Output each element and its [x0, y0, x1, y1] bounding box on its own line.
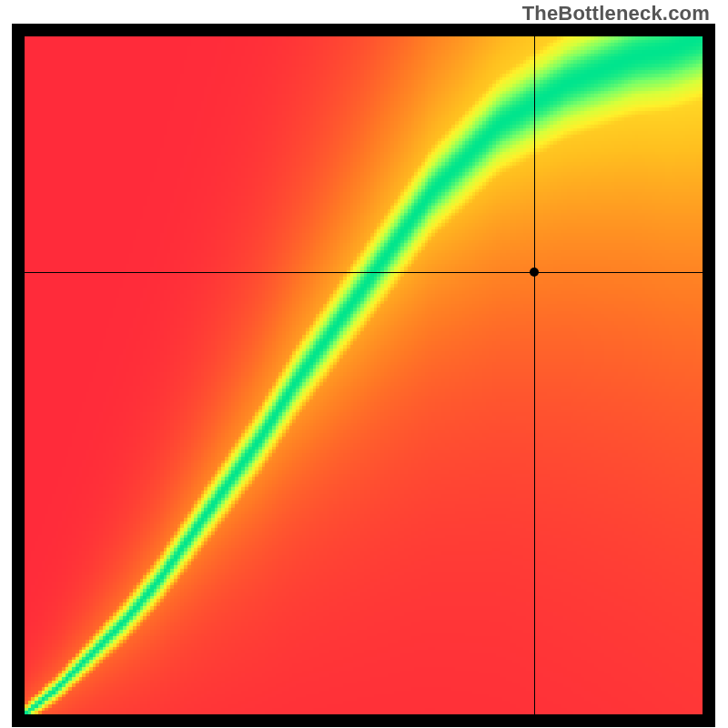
crosshair-vertical	[534, 36, 535, 714]
heatmap-canvas	[25, 36, 703, 714]
chart-container: TheBottleneck.com	[0, 0, 728, 728]
marker-dot	[530, 268, 539, 277]
watermark-text: TheBottleneck.com	[522, 2, 710, 25]
plot-frame	[12, 24, 715, 727]
plot-area	[25, 36, 703, 714]
crosshair-horizontal	[25, 272, 703, 273]
